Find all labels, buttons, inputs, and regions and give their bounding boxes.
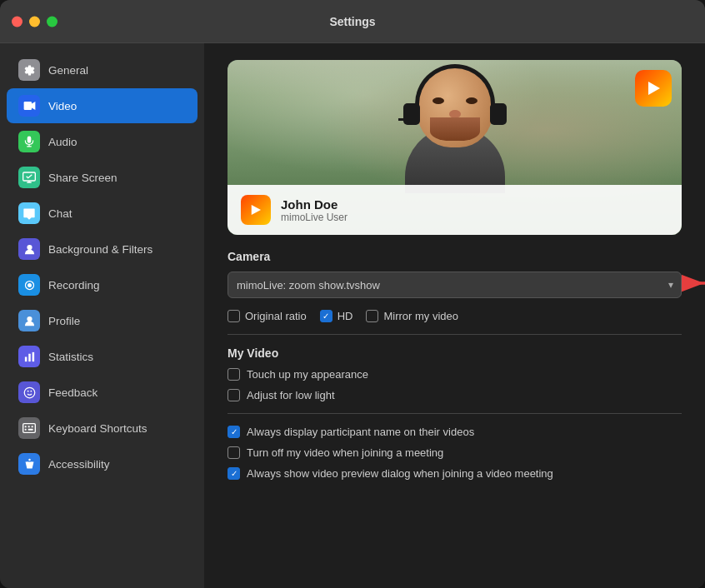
sidebar-label-statistics: Statistics [48,351,93,363]
preview-dialog-row[interactable]: Always show video preview dialog when jo… [228,467,682,480]
sidebar-item-keyboard[interactable]: Keyboard Shortcuts [7,411,198,446]
svg-point-7 [27,316,32,321]
window-title: Settings [329,15,375,28]
sidebar-label-background: Background & Filters [48,243,152,256]
svg-point-21 [28,458,31,461]
sidebar-item-background[interactable]: Background & Filters [7,232,198,267]
camera-select-dropdown[interactable]: mimoLive: zoom show.tvshow [228,272,682,298]
svg-rect-8 [24,356,27,361]
audio-icon [18,131,40,152]
preview-dialog-label: Always show video preview dialog when jo… [247,467,553,480]
camera-select-row: mimoLive: zoom show.tvshow ▾ [228,272,682,298]
headset-ear-right [490,103,507,125]
background-icon [18,238,40,260]
camera-label: Camera [228,250,682,263]
sidebar-item-chat[interactable]: Chat [7,196,198,231]
titlebar: Settings [0,0,705,43]
sidebar-item-profile[interactable]: Profile [7,303,198,338]
sidebar-item-accessibility[interactable]: Accessibility [7,446,198,481]
headset-mic [398,118,417,121]
brand-logo-top [635,70,672,107]
keyboard-icon [18,417,40,439]
sidebar-label-accessibility: Accessibility [48,458,110,471]
turn-off-checkbox[interactable] [228,446,240,459]
turn-off-label: Turn off my video when joining a meeting [247,446,443,459]
hd-checkbox[interactable] [320,310,332,322]
svg-rect-10 [32,351,34,361]
mirror-label: Mirror my video [383,310,458,322]
arrow-dropdown-svg [682,268,705,301]
video-options-row: Original ratio HD Mirror my video [228,310,682,322]
close-button[interactable] [12,16,22,27]
svg-rect-19 [28,429,32,431]
original-ratio-label: Original ratio [245,310,307,322]
low-light-checkbox[interactable] [228,389,240,401]
video-name-bar: John Doe mimoLive User [228,185,682,235]
traffic-lights [12,16,58,27]
display-name-row[interactable]: Always display participant name on their… [228,426,682,438]
sidebar-item-audio[interactable]: Audio [7,124,198,159]
svg-rect-20 [32,429,33,431]
display-name-label: Always display participant name on their… [247,426,474,438]
maximize-button[interactable] [47,16,58,27]
mirror-option[interactable]: Mirror my video [366,310,458,322]
sidebar-item-share-screen[interactable]: Share Screen [7,160,198,195]
svg-point-13 [30,390,32,391]
video-preview: John Doe mimoLive User [228,60,682,235]
sidebar-item-recording[interactable]: Recording [7,267,198,302]
display-name-checkbox[interactable] [228,426,240,438]
content-panel: John Doe mimoLive User Camera mimoLive: … [204,43,705,588]
svg-marker-23 [648,82,660,95]
turn-off-row[interactable]: Turn off my video when joining a meeting [228,446,682,459]
hd-option[interactable]: HD [320,310,353,322]
svg-rect-16 [28,426,30,427]
svg-point-6 [28,283,32,287]
sidebar-item-general[interactable]: General [7,52,198,87]
my-video-section: My Video Touch up my appearance Adjust f… [228,346,682,480]
sidebar-item-video[interactable]: Video [7,88,198,123]
sidebar-item-feedback[interactable]: Feedback [7,375,198,410]
hd-label: HD [338,310,353,322]
sidebar-label-video: Video [48,100,77,112]
profile-icon [18,310,40,331]
video-preview-container: John Doe mimoLive User [228,60,682,235]
svg-rect-17 [32,426,33,427]
recording-icon [18,274,40,296]
mirror-checkbox[interactable] [366,310,378,322]
preview-dialog-checkbox[interactable] [228,467,240,480]
svg-marker-24 [252,205,261,215]
original-ratio-checkbox[interactable] [228,310,240,322]
sidebar-label-chat: Chat [48,207,72,220]
original-ratio-option[interactable]: Original ratio [228,310,307,322]
person-figure [397,60,513,193]
my-video-label: My Video [228,346,682,360]
section-divider-2 [228,413,682,414]
name-bar-logo [241,195,271,225]
minimize-button[interactable] [29,16,40,27]
sidebar-label-feedback: Feedback [48,386,98,399]
sidebar-label-profile: Profile [48,315,80,327]
user-subtitle: mimoLive User [281,212,348,223]
chat-icon [18,202,40,224]
svg-rect-15 [25,426,27,427]
share-screen-icon [18,167,40,188]
sidebar-label-general: General [48,64,88,77]
low-light-row[interactable]: Adjust for low light [228,389,682,401]
user-name: John Doe [281,197,348,212]
main-content: General Video Audio Share Screen [0,43,705,588]
general-icon [18,59,40,81]
video-icon [18,95,40,117]
svg-rect-18 [25,429,27,431]
svg-rect-14 [23,424,36,433]
touch-up-row[interactable]: Touch up my appearance [228,368,682,381]
sidebar-item-statistics[interactable]: Statistics [7,339,198,374]
statistics-icon [18,346,40,367]
camera-section: Camera mimoLive: zoom show.tvshow ▾ [228,250,682,322]
feedback-icon [18,381,40,403]
svg-rect-9 [28,353,31,361]
svg-marker-2 [32,102,35,110]
section-divider [228,334,682,335]
name-bar-info: John Doe mimoLive User [281,197,348,223]
touch-up-checkbox[interactable] [228,368,240,381]
sidebar-label-audio: Audio [48,136,78,148]
